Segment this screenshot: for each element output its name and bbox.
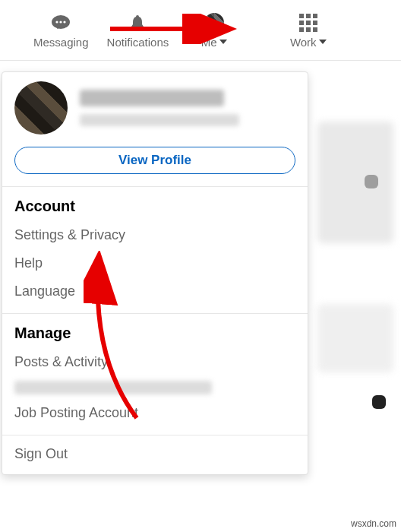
section-title-manage: Manage [2,314,308,348]
menu-settings-privacy[interactable]: Settings & Privacy [2,221,308,249]
menu-posts-activity[interactable]: Posts & Activity [2,348,308,376]
messaging-icon [50,13,71,33]
nav-messaging[interactable]: Messaging [30,0,92,60]
nav-notifications-label: Notifications [107,36,169,49]
svg-point-1 [56,21,58,23]
caret-down-icon [318,36,327,49]
background-content [317,122,393,243]
nav-me-label: Me [201,36,217,49]
bell-icon [128,13,147,33]
background-content [317,304,393,372]
menu-language[interactable]: Language [2,277,308,306]
top-navigation: Messaging Notifications Me Work [0,0,401,61]
view-profile-button[interactable]: View Profile [14,147,295,174]
menu-help[interactable]: Help [2,249,308,277]
nav-messaging-label: Messaging [33,36,89,49]
nav-notifications[interactable]: Notifications [104,0,172,60]
svg-point-2 [60,21,62,23]
caret-down-icon [219,36,228,49]
profile-text [80,90,239,126]
nav-me[interactable]: Me [184,0,245,60]
apps-grid-icon [299,13,317,33]
profile-name-redacted [80,90,224,106]
section-title-account: Account [2,187,308,221]
me-avatar-icon [204,13,224,33]
watermark: wsxdn.com [351,518,396,529]
background-content [365,175,378,188]
menu-job-posting-account[interactable]: Job Posting Account [2,399,308,427]
menu-sign-out[interactable]: Sign Out [2,435,308,468]
nav-work[interactable]: Work [278,0,339,60]
menu-item-redacted[interactable] [2,376,308,399]
svg-point-4 [136,28,139,31]
nav-work-label: Work [290,36,317,49]
profile-headline-redacted [80,114,239,126]
svg-point-3 [64,21,66,23]
profile-avatar [14,81,68,135]
background-content [372,395,386,409]
profile-summary[interactable] [2,72,308,141]
me-dropdown: View Profile Account Settings & Privacy … [2,71,308,475]
